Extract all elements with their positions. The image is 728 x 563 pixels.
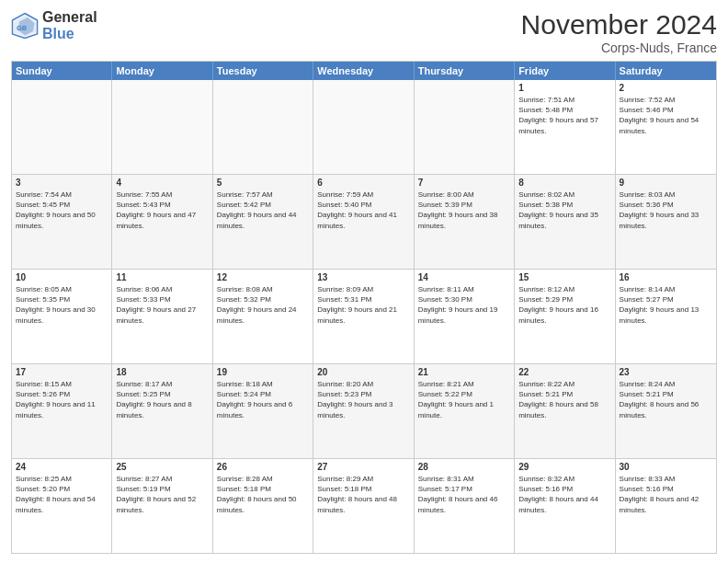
logo-blue-text: Blue xyxy=(42,26,97,42)
header-day-monday: Monday xyxy=(112,62,212,80)
calendar-empty-cell xyxy=(313,80,414,174)
calendar-day-5: 5Sunrise: 7:57 AM Sunset: 5:42 PM Daylig… xyxy=(213,175,313,269)
header-day-saturday: Saturday xyxy=(616,62,716,80)
svg-text:GB: GB xyxy=(17,23,28,31)
calendar: SundayMondayTuesdayWednesdayThursdayFrid… xyxy=(11,61,717,554)
calendar-day-8: 8Sunrise: 8:02 AM Sunset: 5:38 PM Daylig… xyxy=(515,175,615,269)
day-number: 29 xyxy=(518,462,610,472)
day-content: Sunrise: 8:17 AM Sunset: 5:25 PM Dayligh… xyxy=(116,379,208,420)
day-content: Sunrise: 8:21 AM Sunset: 5:22 PM Dayligh… xyxy=(418,379,510,420)
calendar-body: 1Sunrise: 7:51 AM Sunset: 5:48 PM Daylig… xyxy=(12,80,716,553)
day-number: 30 xyxy=(620,462,712,472)
day-number: 1 xyxy=(518,83,610,93)
calendar-day-14: 14Sunrise: 8:11 AM Sunset: 5:30 PM Dayli… xyxy=(415,270,515,363)
logo-text: General Blue xyxy=(42,9,97,41)
day-content: Sunrise: 8:20 AM Sunset: 5:23 PM Dayligh… xyxy=(317,379,409,420)
calendar-day-6: 6Sunrise: 7:59 AM Sunset: 5:40 PM Daylig… xyxy=(313,175,414,269)
calendar-empty-cell xyxy=(112,80,212,174)
day-number: 18 xyxy=(116,367,208,377)
calendar-empty-cell xyxy=(415,80,515,174)
calendar-day-3: 3Sunrise: 7:54 AM Sunset: 5:45 PM Daylig… xyxy=(12,175,112,269)
calendar-day-11: 11Sunrise: 8:06 AM Sunset: 5:33 PM Dayli… xyxy=(112,270,212,363)
month-title: November 2024 xyxy=(521,9,717,40)
day-content: Sunrise: 8:33 AM Sunset: 5:16 PM Dayligh… xyxy=(620,474,712,515)
header-day-wednesday: Wednesday xyxy=(313,62,414,80)
day-content: Sunrise: 8:05 AM Sunset: 5:35 PM Dayligh… xyxy=(16,284,108,326)
calendar-week-3: 10Sunrise: 8:05 AM Sunset: 5:35 PM Dayli… xyxy=(12,270,716,364)
calendar-day-21: 21Sunrise: 8:21 AM Sunset: 5:22 PM Dayli… xyxy=(415,364,515,458)
day-number: 19 xyxy=(217,367,309,377)
day-content: Sunrise: 7:51 AM Sunset: 5:48 PM Dayligh… xyxy=(518,95,610,136)
day-number: 2 xyxy=(620,83,712,93)
calendar-day-23: 23Sunrise: 8:24 AM Sunset: 5:21 PM Dayli… xyxy=(616,364,716,458)
calendar-week-5: 24Sunrise: 8:25 AM Sunset: 5:20 PM Dayli… xyxy=(12,459,716,553)
day-number: 11 xyxy=(116,272,208,282)
logo: GB General Blue xyxy=(11,9,97,41)
day-number: 3 xyxy=(16,178,108,188)
header-day-tuesday: Tuesday xyxy=(213,62,313,80)
calendar-day-28: 28Sunrise: 8:31 AM Sunset: 5:17 PM Dayli… xyxy=(415,459,515,553)
calendar-day-18: 18Sunrise: 8:17 AM Sunset: 5:25 PM Dayli… xyxy=(112,364,212,458)
day-content: Sunrise: 7:52 AM Sunset: 5:46 PM Dayligh… xyxy=(620,95,712,136)
calendar-day-1: 1Sunrise: 7:51 AM Sunset: 5:48 PM Daylig… xyxy=(515,80,615,174)
location: Corps-Nuds, France xyxy=(521,40,717,55)
day-number: 16 xyxy=(620,272,712,282)
header-day-thursday: Thursday xyxy=(415,62,515,80)
day-number: 6 xyxy=(317,178,409,188)
calendar-day-20: 20Sunrise: 8:20 AM Sunset: 5:23 PM Dayli… xyxy=(313,364,414,458)
calendar-day-2: 2Sunrise: 7:52 AM Sunset: 5:46 PM Daylig… xyxy=(616,80,716,174)
day-content: Sunrise: 8:12 AM Sunset: 5:29 PM Dayligh… xyxy=(518,284,610,326)
day-content: Sunrise: 8:27 AM Sunset: 5:19 PM Dayligh… xyxy=(116,474,208,515)
calendar-empty-cell xyxy=(213,80,313,174)
header: GB General Blue November 2024 Corps-Nuds… xyxy=(11,9,717,55)
calendar-day-27: 27Sunrise: 8:29 AM Sunset: 5:18 PM Dayli… xyxy=(313,459,414,553)
calendar-day-26: 26Sunrise: 8:28 AM Sunset: 5:18 PM Dayli… xyxy=(213,459,313,553)
day-number: 24 xyxy=(16,462,108,472)
day-number: 4 xyxy=(116,178,208,188)
calendar-day-16: 16Sunrise: 8:14 AM Sunset: 5:27 PM Dayli… xyxy=(616,270,716,363)
day-number: 15 xyxy=(518,272,610,282)
day-number: 21 xyxy=(418,367,510,377)
calendar-day-24: 24Sunrise: 8:25 AM Sunset: 5:20 PM Dayli… xyxy=(12,459,112,553)
calendar-day-30: 30Sunrise: 8:33 AM Sunset: 5:16 PM Dayli… xyxy=(616,459,716,553)
day-content: Sunrise: 7:55 AM Sunset: 5:43 PM Dayligh… xyxy=(116,190,208,231)
calendar-day-19: 19Sunrise: 8:18 AM Sunset: 5:24 PM Dayli… xyxy=(213,364,313,458)
day-content: Sunrise: 8:22 AM Sunset: 5:21 PM Dayligh… xyxy=(518,379,610,420)
day-number: 23 xyxy=(620,367,712,377)
day-number: 7 xyxy=(418,178,510,188)
calendar-day-25: 25Sunrise: 8:27 AM Sunset: 5:19 PM Dayli… xyxy=(112,459,212,553)
day-content: Sunrise: 8:28 AM Sunset: 5:18 PM Dayligh… xyxy=(217,474,309,515)
calendar-header-row: SundayMondayTuesdayWednesdayThursdayFrid… xyxy=(12,62,716,80)
day-number: 26 xyxy=(217,462,309,472)
day-number: 20 xyxy=(317,367,409,377)
header-day-friday: Friday xyxy=(515,62,615,80)
day-content: Sunrise: 8:29 AM Sunset: 5:18 PM Dayligh… xyxy=(317,474,409,515)
day-number: 9 xyxy=(620,178,712,188)
day-number: 8 xyxy=(518,178,610,188)
calendar-day-7: 7Sunrise: 8:00 AM Sunset: 5:39 PM Daylig… xyxy=(415,175,515,269)
day-content: Sunrise: 8:14 AM Sunset: 5:27 PM Dayligh… xyxy=(620,284,712,326)
day-content: Sunrise: 8:25 AM Sunset: 5:20 PM Dayligh… xyxy=(16,474,108,515)
logo-general-text: General xyxy=(42,9,97,26)
day-content: Sunrise: 7:54 AM Sunset: 5:45 PM Dayligh… xyxy=(16,190,108,231)
day-number: 17 xyxy=(16,367,108,377)
day-content: Sunrise: 8:11 AM Sunset: 5:30 PM Dayligh… xyxy=(418,284,510,326)
day-content: Sunrise: 8:03 AM Sunset: 5:36 PM Dayligh… xyxy=(620,190,712,231)
day-number: 25 xyxy=(116,462,208,472)
day-number: 22 xyxy=(518,367,610,377)
calendar-day-22: 22Sunrise: 8:22 AM Sunset: 5:21 PM Dayli… xyxy=(515,364,615,458)
calendar-day-13: 13Sunrise: 8:09 AM Sunset: 5:31 PM Dayli… xyxy=(313,270,414,363)
header-day-sunday: Sunday xyxy=(12,62,112,80)
calendar-day-4: 4Sunrise: 7:55 AM Sunset: 5:43 PM Daylig… xyxy=(112,175,212,269)
day-number: 5 xyxy=(217,178,309,188)
day-content: Sunrise: 8:24 AM Sunset: 5:21 PM Dayligh… xyxy=(620,379,712,420)
page: GB General Blue November 2024 Corps-Nuds… xyxy=(0,0,728,563)
calendar-day-15: 15Sunrise: 8:12 AM Sunset: 5:29 PM Dayli… xyxy=(515,270,615,363)
day-content: Sunrise: 8:08 AM Sunset: 5:32 PM Dayligh… xyxy=(217,284,309,326)
day-content: Sunrise: 8:18 AM Sunset: 5:24 PM Dayligh… xyxy=(217,379,309,420)
calendar-day-29: 29Sunrise: 8:32 AM Sunset: 5:16 PM Dayli… xyxy=(515,459,615,553)
calendar-day-12: 12Sunrise: 8:08 AM Sunset: 5:32 PM Dayli… xyxy=(213,270,313,363)
day-content: Sunrise: 8:00 AM Sunset: 5:39 PM Dayligh… xyxy=(418,190,510,231)
calendar-week-4: 17Sunrise: 8:15 AM Sunset: 5:26 PM Dayli… xyxy=(12,364,716,459)
calendar-day-17: 17Sunrise: 8:15 AM Sunset: 5:26 PM Dayli… xyxy=(12,364,112,458)
